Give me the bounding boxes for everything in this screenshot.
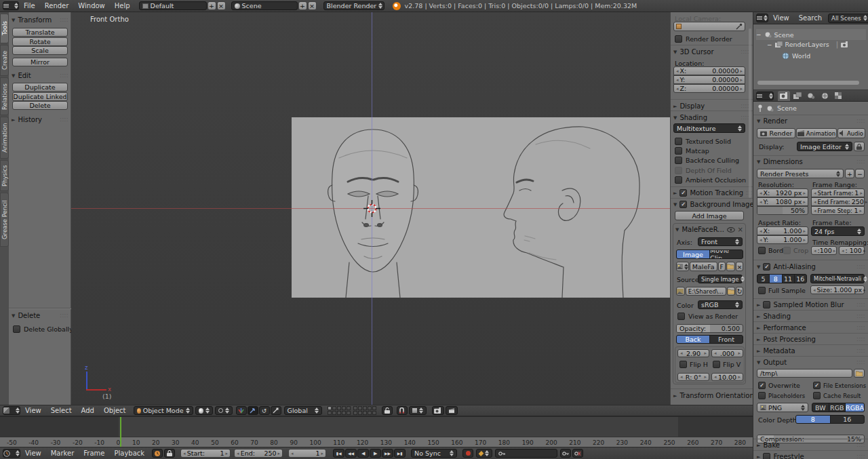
history-panel-header[interactable]: ►History:::: bbox=[12, 116, 68, 123]
collapse-icon[interactable]: − bbox=[756, 31, 762, 38]
output-path-field[interactable]: /tmp\ bbox=[757, 369, 852, 378]
cache-result-option[interactable]: Cache Result bbox=[813, 392, 861, 399]
close-icon[interactable]: × bbox=[738, 226, 743, 233]
image-name-field[interactable]: MaleFa bbox=[690, 262, 717, 271]
outliner-row-renderlayers[interactable]: − RenderLayers | bbox=[767, 41, 849, 48]
source-dropdown[interactable]: Single Image bbox=[698, 275, 743, 283]
end-frame-field[interactable]: ◂End:250▸ bbox=[234, 449, 283, 458]
border-option[interactable]: Bord bbox=[758, 247, 783, 254]
checkbox[interactable] bbox=[713, 361, 720, 368]
current-frame-field[interactable]: ◂1▸ bbox=[288, 449, 326, 458]
motion-tracking-panel-header[interactable]: ►✓Motion Tracking:::: bbox=[673, 189, 749, 197]
render-border-option[interactable]: Render Border bbox=[675, 35, 732, 43]
tab-image[interactable]: Image bbox=[677, 250, 710, 258]
start-frame-field[interactable]: ◂Start Frame:1▸ bbox=[811, 188, 865, 197]
scale-manipulator-button[interactable] bbox=[271, 406, 281, 415]
menu-file[interactable]: File bbox=[19, 2, 40, 9]
viewport-3d[interactable]: Front Ortho z x (1) bbox=[71, 12, 670, 405]
current-frame-indicator[interactable] bbox=[120, 417, 121, 447]
bw-option[interactable]: BW bbox=[812, 403, 829, 412]
timeline-ruler[interactable]: -50-40-30-20-100102030405060708090100110… bbox=[0, 437, 753, 447]
transform-panel-header[interactable]: ▼Transform:::: bbox=[12, 16, 68, 24]
snap-toggle-button[interactable] bbox=[397, 406, 408, 415]
tab-render-layers[interactable] bbox=[791, 91, 804, 101]
shading-panel-header[interactable]: ▼Shading:::: bbox=[673, 114, 749, 121]
checkbox[interactable] bbox=[675, 147, 682, 155]
display-dropdown[interactable]: Image Editor bbox=[797, 142, 852, 151]
bg-size-field[interactable]: ◂2.90▸ bbox=[677, 349, 709, 357]
keying-set-dropdown[interactable] bbox=[476, 449, 492, 458]
checkbox[interactable]: ✓ bbox=[758, 382, 766, 389]
image-preview-button[interactable] bbox=[676, 287, 685, 296]
shading-panel-header[interactable]: ►Shading:::: bbox=[757, 313, 865, 320]
menu-window[interactable]: Window bbox=[73, 2, 109, 9]
file-extensions-option[interactable]: ✓File Extensions bbox=[813, 382, 866, 389]
checkbox[interactable] bbox=[758, 392, 766, 399]
checkbox[interactable] bbox=[675, 176, 682, 184]
image-path-field[interactable]: E:\Shared\... bbox=[686, 287, 726, 296]
aspect-x-field[interactable]: ◂X:1.000▸ bbox=[757, 226, 808, 235]
pin-icon[interactable] bbox=[757, 104, 763, 112]
operator-panel-header[interactable]: ▼Delete:::: bbox=[12, 312, 68, 319]
menu-search[interactable]: Search bbox=[794, 14, 827, 22]
checkbox[interactable] bbox=[763, 453, 770, 459]
cursor-z-field[interactable]: ◂Z:0.00000▸ bbox=[673, 84, 745, 93]
frame-rate-dropdown[interactable]: 24 fps bbox=[811, 226, 865, 236]
edit-panel-header[interactable]: ▼Edit:::: bbox=[12, 72, 68, 79]
scene-add-button[interactable]: + bbox=[298, 1, 307, 10]
menu-view[interactable]: View bbox=[20, 450, 46, 457]
front-option[interactable]: Front bbox=[710, 336, 743, 343]
transform-orientation-dropdown[interactable]: Global bbox=[284, 406, 322, 415]
menu-object[interactable]: Object bbox=[99, 407, 131, 414]
editor-type-button[interactable] bbox=[3, 406, 20, 415]
resolution-percent-slider[interactable]: 50% bbox=[757, 206, 808, 215]
browse-output-button[interactable] bbox=[854, 369, 865, 378]
resolution-y-field[interactable]: ◂Y:1080 px▸ bbox=[757, 197, 808, 206]
display-scope-dropdown[interactable]: All Scenes bbox=[828, 14, 868, 23]
menu-marker[interactable]: Marker bbox=[46, 450, 79, 457]
tab-physics[interactable]: Physics bbox=[0, 160, 9, 191]
duplicate-linked-button[interactable]: Duplicate Linked bbox=[12, 92, 68, 101]
render-animation-button[interactable]: Animation bbox=[796, 128, 837, 138]
unlink-image-button[interactable]: × bbox=[736, 262, 743, 271]
tab-render[interactable] bbox=[778, 91, 790, 101]
bg-y-offset-field[interactable]: ◂10.00▸ bbox=[711, 373, 743, 381]
backface-culling-option[interactable]: Backface Culling bbox=[675, 157, 739, 164]
file-format-dropdown[interactable]: PNG bbox=[757, 403, 808, 412]
end-frame-field[interactable]: ◂End Frame:250▸ bbox=[811, 197, 865, 206]
eyedropper-icon[interactable] bbox=[736, 23, 743, 30]
rgba-option[interactable]: RGBA bbox=[846, 403, 864, 412]
post-processing-panel-header[interactable]: ►Post Processing:::: bbox=[757, 336, 865, 343]
play-reverse-button[interactable]: ◀ bbox=[357, 449, 369, 458]
outliner-item-label[interactable]: Scene bbox=[774, 31, 794, 39]
bg-x-offset-field[interactable]: ◂.000▸ bbox=[711, 349, 743, 357]
tab-world[interactable] bbox=[818, 91, 831, 101]
checkbox[interactable] bbox=[763, 301, 770, 308]
freestyle-panel-header[interactable]: ►Freestyle:::: bbox=[757, 453, 865, 459]
remap-old-field[interactable]: ◂:100▸ bbox=[811, 246, 837, 255]
collapse-icon[interactable]: − bbox=[767, 41, 772, 48]
cursor-3d[interactable] bbox=[363, 200, 380, 217]
lock-range-button[interactable] bbox=[164, 449, 175, 458]
checkbox[interactable] bbox=[679, 361, 687, 368]
tab-tools[interactable]: Tools bbox=[0, 14, 9, 43]
tab-relations[interactable]: Relations bbox=[0, 77, 9, 115]
viewport-shading-dropdown[interactable] bbox=[195, 406, 213, 415]
checkbox[interactable] bbox=[13, 325, 20, 333]
rotate-button[interactable]: Rotate bbox=[12, 37, 68, 46]
checkbox[interactable] bbox=[675, 35, 682, 43]
scene-selector[interactable]: Scene bbox=[231, 1, 298, 10]
layout-add-button[interactable]: + bbox=[208, 1, 216, 10]
checkbox[interactable] bbox=[675, 138, 682, 145]
lock-to-scene-button[interactable] bbox=[382, 406, 393, 415]
reload-image-button[interactable]: ↻ bbox=[736, 287, 743, 296]
cursor-y-field[interactable]: ◂Y:0.00000▸ bbox=[673, 75, 745, 84]
tab-animation[interactable]: Animation bbox=[0, 117, 9, 159]
editor-type-button[interactable] bbox=[3, 1, 19, 10]
play-button[interactable]: ▶ bbox=[370, 449, 381, 458]
menu-help[interactable]: Help bbox=[110, 2, 135, 9]
checkbox[interactable] bbox=[675, 157, 682, 164]
manipulator-toggle-button[interactable] bbox=[236, 406, 247, 415]
region-divider[interactable] bbox=[9, 308, 71, 309]
aa-filter-dropdown[interactable]: Mitchell-Netravali bbox=[810, 274, 865, 283]
